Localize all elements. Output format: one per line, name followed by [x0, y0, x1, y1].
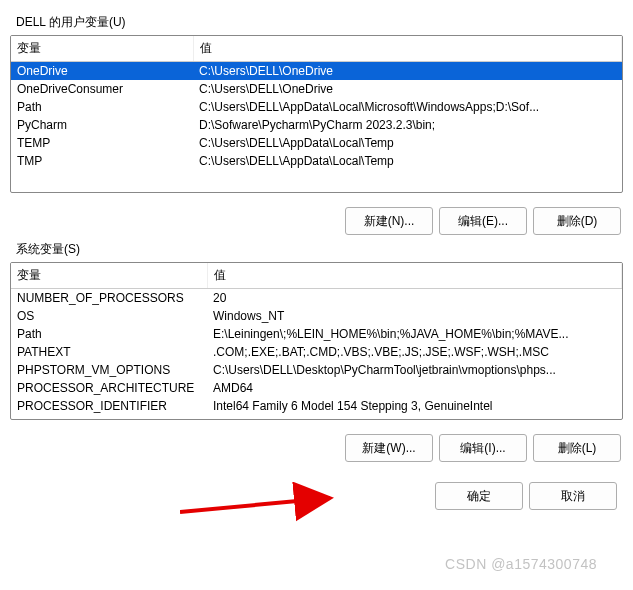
var-value-cell: C:\Users\DELL\AppData\Local\Microsoft\Wi…: [193, 98, 622, 116]
var-name-cell: Path: [11, 98, 193, 116]
table-row[interactable]: PathC:\Users\DELL\AppData\Local\Microsof…: [11, 98, 622, 116]
system-header-name[interactable]: 变量: [11, 263, 207, 289]
cancel-button[interactable]: 取消: [529, 482, 617, 510]
var-value-cell: C:\Users\DELL\AppData\Local\Temp: [193, 152, 622, 170]
var-name-cell: OneDriveConsumer: [11, 80, 193, 98]
var-value-cell: C:\Users\DELL\OneDrive: [193, 80, 622, 98]
table-row[interactable]: TEMPC:\Users\DELL\AppData\Local\Temp: [11, 134, 622, 152]
user-vars-buttons: 新建(N)... 编辑(E)... 删除(D): [12, 207, 621, 235]
var-name-cell: Path: [11, 325, 207, 343]
table-row[interactable]: OneDriveC:\Users\DELL\OneDrive: [11, 62, 622, 81]
var-name-cell: PyCharm: [11, 116, 193, 134]
system-vars-label: 系统变量(S): [16, 241, 623, 258]
table-row[interactable]: PathE:\Leiningen\;%LEIN_HOME%\bin;%JAVA_…: [11, 325, 622, 343]
watermark: CSDN @a1574300748: [445, 556, 597, 572]
var-value-cell: Intel64 Family 6 Model 154 Stepping 3, G…: [207, 397, 622, 415]
var-value-cell: C:\Users\DELL\OneDrive: [193, 62, 622, 81]
var-name-cell: PROCESSOR_ARCHITECTURE: [11, 379, 207, 397]
var-value-cell: D:\Sofware\Pycharm\PyCharm 2023.2.3\bin;: [193, 116, 622, 134]
user-new-button[interactable]: 新建(N)...: [345, 207, 433, 235]
table-row[interactable]: TMPC:\Users\DELL\AppData\Local\Temp: [11, 152, 622, 170]
ok-button[interactable]: 确定: [435, 482, 523, 510]
system-edit-button[interactable]: 编辑(I)...: [439, 434, 527, 462]
system-delete-button[interactable]: 删除(L): [533, 434, 621, 462]
var-name-cell: TMP: [11, 152, 193, 170]
dialog-buttons: 确定 取消: [12, 482, 617, 510]
var-name-cell: NUMBER_OF_PROCESSORS: [11, 289, 207, 308]
var-name-cell: OneDrive: [11, 62, 193, 81]
table-row[interactable]: PATHEXT.COM;.EXE;.BAT;.CMD;.VBS;.VBE;.JS…: [11, 343, 622, 361]
var-name-cell: PROCESSOR_IDENTIFIER: [11, 397, 207, 415]
var-name-cell: OS: [11, 307, 207, 325]
var-value-cell: C:\Users\DELL\Desktop\PyCharmTool\jetbra…: [207, 361, 622, 379]
user-vars-list[interactable]: 变量 值 OneDriveC:\Users\DELL\OneDriveOneDr…: [10, 35, 623, 193]
user-vars-label: DELL 的用户变量(U): [16, 14, 623, 31]
table-row[interactable]: PyCharmD:\Sofware\Pycharm\PyCharm 2023.2…: [11, 116, 622, 134]
table-row[interactable]: PROCESSOR_ARCHITECTUREAMD64: [11, 379, 622, 397]
system-vars-list[interactable]: 变量 值 NUMBER_OF_PROCESSORS20OSWindows_NTP…: [10, 262, 623, 420]
var-name-cell: PATHEXT: [11, 343, 207, 361]
user-delete-button[interactable]: 删除(D): [533, 207, 621, 235]
var-value-cell: AMD64: [207, 379, 622, 397]
user-edit-button[interactable]: 编辑(E)...: [439, 207, 527, 235]
system-new-button[interactable]: 新建(W)...: [345, 434, 433, 462]
system-vars-buttons: 新建(W)... 编辑(I)... 删除(L): [12, 434, 621, 462]
var-name-cell: PHPSTORM_VM_OPTIONS: [11, 361, 207, 379]
user-header-value[interactable]: 值: [193, 36, 622, 62]
env-vars-dialog: DELL 的用户变量(U) 变量 值 OneDriveC:\Users\DELL…: [0, 0, 633, 522]
var-name-cell: TEMP: [11, 134, 193, 152]
table-row[interactable]: PHPSTORM_VM_OPTIONSC:\Users\DELL\Desktop…: [11, 361, 622, 379]
user-header-name[interactable]: 变量: [11, 36, 193, 62]
var-value-cell: 20: [207, 289, 622, 308]
var-value-cell: E:\Leiningen\;%LEIN_HOME%\bin;%JAVA_HOME…: [207, 325, 622, 343]
table-row[interactable]: PROCESSOR_IDENTIFIERIntel64 Family 6 Mod…: [11, 397, 622, 415]
table-row[interactable]: OSWindows_NT: [11, 307, 622, 325]
var-value-cell: Windows_NT: [207, 307, 622, 325]
var-value-cell: C:\Users\DELL\AppData\Local\Temp: [193, 134, 622, 152]
table-row[interactable]: OneDriveConsumerC:\Users\DELL\OneDrive: [11, 80, 622, 98]
table-row[interactable]: NUMBER_OF_PROCESSORS20: [11, 289, 622, 308]
system-header-value[interactable]: 值: [207, 263, 622, 289]
var-value-cell: .COM;.EXE;.BAT;.CMD;.VBS;.VBE;.JS;.JSE;.…: [207, 343, 622, 361]
